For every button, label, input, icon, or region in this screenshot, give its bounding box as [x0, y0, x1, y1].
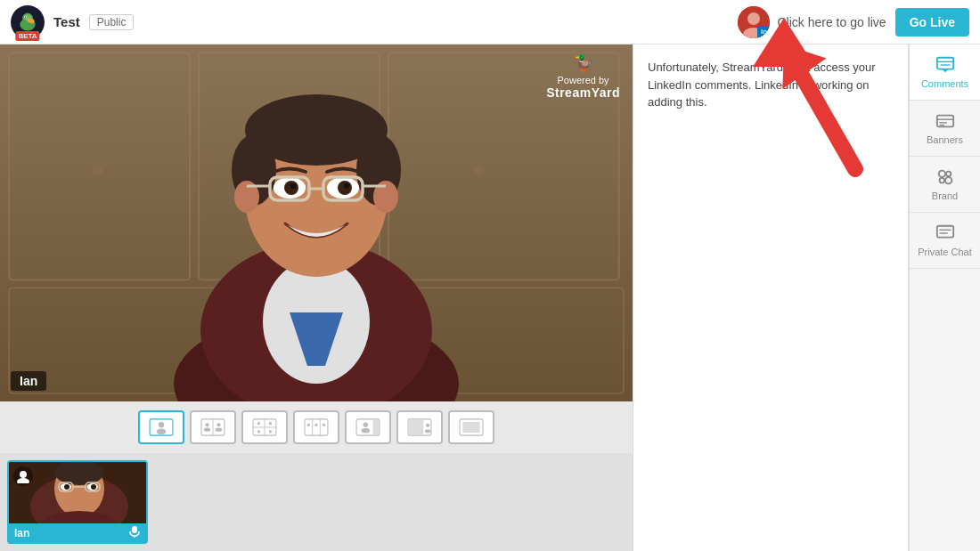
header: BETA Test Public in Click here to go liv… [0, 0, 980, 45]
presenter-name-tag: Ian [11, 371, 46, 391]
svg-point-57 [307, 424, 310, 426]
user-icon [16, 469, 30, 483]
svg-point-67 [425, 429, 430, 433]
svg-point-31 [290, 183, 296, 189]
go-live-prompt: in Click here to go live [738, 6, 886, 38]
svg-point-98 [945, 177, 951, 183]
person-shape [111, 45, 521, 401]
layout-selector [0, 401, 633, 453]
svg-point-50 [257, 422, 260, 425]
svg-point-40 [157, 429, 167, 434]
brand-icon [935, 167, 955, 187]
beta-badge: BETA [15, 31, 39, 41]
thumbnails-strip: Ian [0, 453, 633, 551]
layout-single-icon [149, 417, 174, 438]
svg-rect-87 [936, 58, 952, 69]
private-chat-icon [935, 223, 955, 243]
svg-point-51 [269, 422, 272, 425]
svg-point-63 [361, 428, 370, 433]
video-feed: 🦆 Powered by StreamYard Ian [0, 45, 633, 401]
go-live-button[interactable]: Go Live [895, 8, 969, 36]
svg-point-45 [216, 423, 220, 426]
svg-point-43 [205, 423, 208, 426]
thumbnail-name-text: Ian [14, 527, 29, 539]
layout-three-split-icon [304, 417, 329, 438]
comments-icon [935, 55, 955, 75]
comments-label: Comments [921, 78, 968, 89]
svg-point-32 [344, 183, 349, 189]
private-chat-label: Private Chat [918, 247, 972, 257]
right-sidebar: Comments Banners Brand [909, 45, 980, 551]
logo-container: BETA [11, 5, 45, 39]
video-panel: 🦆 Powered by StreamYard Ian [0, 45, 633, 551]
svg-marker-90 [942, 69, 948, 73]
svg-point-39 [159, 422, 164, 427]
sidebar-item-brand[interactable]: Brand [910, 157, 980, 213]
svg-rect-69 [462, 422, 479, 433]
svg-rect-99 [936, 226, 952, 238]
microphone-icon [128, 525, 141, 538]
banners-label: Banners [927, 134, 963, 145]
layout-four-split-icon [252, 417, 277, 438]
participant-thumbnail-ian[interactable]: Ian [7, 460, 148, 544]
layout-single-button[interactable] [138, 410, 184, 444]
svg-point-7 [747, 12, 760, 25]
svg-point-52 [257, 430, 260, 433]
svg-point-97 [939, 178, 944, 183]
brand-label: Brand [932, 190, 958, 201]
video-container: 🦆 Powered by StreamYard Ian [0, 45, 633, 401]
svg-point-79 [91, 484, 96, 490]
svg-rect-54 [305, 419, 328, 435]
linkedin-avatar: in [738, 6, 770, 38]
visibility-badge: Public [89, 14, 135, 30]
go-live-prompt-text: Click here to go live [777, 15, 886, 29]
svg-point-46 [216, 428, 223, 432]
svg-point-62 [363, 423, 368, 427]
svg-point-44 [204, 428, 211, 432]
svg-point-84 [17, 478, 29, 483]
sidebar-item-private-chat[interactable]: Private Chat [910, 213, 980, 269]
svg-point-78 [64, 484, 69, 490]
participant-name-label: Ian [9, 523, 146, 542]
powered-by: 🦆 Powered by StreamYard [546, 53, 620, 100]
svg-point-58 [314, 424, 317, 426]
stream-title: Test [53, 14, 80, 29]
svg-rect-65 [409, 420, 423, 434]
svg-rect-85 [132, 526, 137, 533]
layout-sidebar-cam-button[interactable] [345, 410, 391, 444]
svg-point-53 [269, 430, 272, 433]
sidebar-item-comments[interactable]: Comments [910, 45, 980, 101]
layout-cam-screen-button[interactable] [396, 410, 443, 444]
layout-screen-only-button[interactable] [448, 410, 494, 444]
header-right: in Click here to go live Go Live [738, 6, 969, 38]
svg-point-5 [25, 16, 26, 17]
layout-sidebar-cam-icon [355, 417, 380, 438]
header-left: BETA Test Public [11, 5, 134, 39]
powered-by-text: Powered by [546, 75, 620, 85]
comments-message: Unfortunately, StreamYard can't access y… [648, 59, 894, 111]
linkedin-badge: in [757, 26, 770, 38]
mic-icon [128, 525, 141, 540]
layout-screen-only-icon [459, 417, 484, 438]
svg-point-95 [938, 171, 944, 177]
svg-point-59 [323, 424, 325, 426]
banners-icon [935, 111, 955, 131]
layout-two-split-button[interactable] [190, 410, 236, 444]
sidebar-item-banners[interactable]: Banners [910, 101, 980, 157]
svg-rect-61 [372, 420, 378, 434]
layout-cam-screen-icon [407, 417, 432, 438]
main-layout: 🦆 Powered by StreamYard Ian [0, 45, 980, 551]
layout-four-split-button[interactable] [241, 410, 288, 444]
streamyard-logo-icon: 🦆 [546, 53, 620, 73]
svg-point-66 [426, 424, 429, 427]
comments-panel: Unfortunately, StreamYard can't access y… [633, 45, 909, 551]
layout-two-split-icon [200, 417, 225, 438]
svg-point-83 [20, 471, 27, 478]
svg-point-96 [945, 172, 951, 177]
streamyard-brand-text: StreamYard [546, 85, 620, 100]
svg-point-13 [92, 166, 102, 175]
layout-three-split-button[interactable] [293, 410, 339, 444]
participant-icon-ian [13, 466, 33, 486]
